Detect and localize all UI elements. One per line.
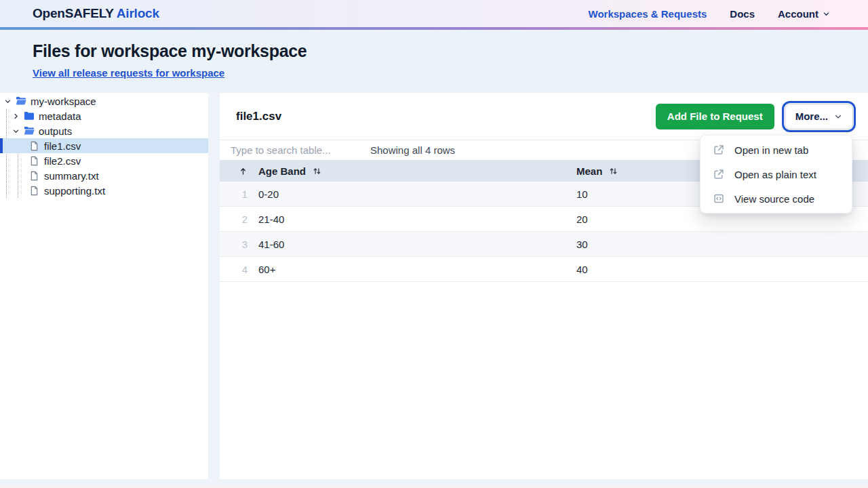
add-file-to-request-button[interactable]: Add File to Request bbox=[656, 104, 774, 129]
file-icon bbox=[28, 186, 40, 196]
file-preview-panel: file1.csv Add File to Request More... Sh… bbox=[220, 93, 868, 479]
tree-item-file1-csv[interactable]: file1.csv bbox=[0, 138, 208, 153]
chevron-down-icon[interactable] bbox=[12, 127, 20, 135]
tree-item-outputs[interactable]: outputs bbox=[0, 123, 208, 138]
external-link-icon bbox=[713, 144, 724, 155]
nav-link-workspaces-requests[interactable]: Workspaces & Requests bbox=[589, 8, 707, 20]
tree-item-label: my-workspace bbox=[31, 96, 96, 107]
more-button-label: More... bbox=[795, 110, 828, 122]
column-header-label: Mean bbox=[576, 165, 602, 177]
cell-age-band: 21-40 bbox=[258, 214, 566, 225]
file-header: file1.csv Add File to Request More... bbox=[220, 93, 868, 140]
navbar: OpenSAFELY Airlock Workspaces & Requests… bbox=[0, 0, 868, 27]
sort-ascending-icon bbox=[239, 167, 248, 176]
external-link-icon bbox=[713, 169, 724, 180]
sort-toggle-icon bbox=[313, 167, 321, 176]
nav-links: Workspaces & Requests Docs Account bbox=[589, 8, 830, 20]
cell-age-band: 0-20 bbox=[258, 188, 566, 200]
header-actions: Add File to Request More... bbox=[656, 104, 853, 129]
row-number: 1 bbox=[231, 188, 248, 200]
file-icon bbox=[28, 141, 40, 151]
page-header: Files for workspace my-workspace View al… bbox=[0, 30, 868, 93]
menu-item-label: View source code bbox=[734, 193, 814, 205]
nav-link-docs[interactable]: Docs bbox=[730, 8, 755, 20]
file-icon bbox=[28, 156, 40, 166]
chevron-down-icon bbox=[834, 113, 842, 121]
menu-item-view-source-code[interactable]: View source code bbox=[701, 186, 852, 211]
tree-item-summary-txt[interactable]: summary.txt bbox=[0, 168, 208, 183]
tree-item-metadata[interactable]: metadata bbox=[0, 108, 208, 123]
tree-item-label: file1.csv bbox=[44, 140, 81, 152]
menu-item-label: Open as plain text bbox=[734, 169, 816, 180]
cell-mean: 20 bbox=[576, 214, 857, 225]
page-title: Files for workspace my-workspace bbox=[33, 41, 835, 61]
file-icon bbox=[28, 171, 40, 181]
cell-age-band: 41-60 bbox=[258, 239, 566, 250]
table-row: 4 60+ 40 bbox=[220, 257, 868, 282]
row-count-status: Showing all 4 rows bbox=[370, 144, 455, 156]
search-input[interactable] bbox=[231, 144, 362, 156]
menu-item-open-in-new-tab[interactable]: Open in new tab bbox=[701, 138, 852, 162]
tree-item-supporting-txt[interactable]: supporting.txt bbox=[0, 183, 208, 198]
cell-age-band: 60+ bbox=[258, 264, 566, 275]
tree-item-file2-csv[interactable]: file2.csv bbox=[0, 153, 208, 168]
selected-item-indicator bbox=[0, 138, 3, 153]
brand-secondary: Airlock bbox=[117, 6, 159, 20]
chevron-down-icon bbox=[823, 10, 830, 18]
tree-item-label: supporting.txt bbox=[44, 185, 105, 197]
menu-item-open-as-plain-text[interactable]: Open as plain text bbox=[701, 162, 852, 186]
table-row: 3 41-60 30 bbox=[220, 232, 868, 257]
file-tree-sidebar: my-workspace metadata outputs bbox=[0, 93, 208, 479]
file-title: file1.csv bbox=[236, 110, 281, 123]
source-code-icon bbox=[713, 193, 724, 204]
brand-primary: OpenSAFELY bbox=[33, 6, 113, 20]
row-number: 2 bbox=[231, 214, 248, 225]
view-release-requests-link[interactable]: View all release requests for workspace bbox=[33, 67, 224, 79]
tree-item-label: summary.txt bbox=[44, 170, 99, 182]
folder-closed-icon bbox=[23, 110, 35, 121]
sort-toggle-icon bbox=[609, 167, 618, 176]
column-header-label: Age Band bbox=[258, 165, 306, 177]
cell-mean: 40 bbox=[576, 264, 857, 275]
row-number: 3 bbox=[231, 239, 248, 250]
row-number: 4 bbox=[231, 264, 248, 275]
tree-item-my-workspace[interactable]: my-workspace bbox=[0, 94, 208, 108]
brand-logo[interactable]: OpenSAFELY Airlock bbox=[33, 6, 159, 21]
nav-link-account-label: Account bbox=[778, 8, 818, 20]
folder-open-icon bbox=[15, 96, 26, 106]
tree-item-label: outputs bbox=[39, 125, 72, 137]
chevron-right-icon[interactable] bbox=[12, 113, 20, 120]
column-header-age-band[interactable]: Age Band bbox=[258, 165, 566, 177]
content-area: my-workspace metadata outputs bbox=[0, 93, 868, 479]
chevron-down-icon[interactable] bbox=[3, 98, 12, 105]
tree-item-label: file2.csv bbox=[44, 155, 81, 167]
row-number-column-header[interactable] bbox=[231, 167, 248, 176]
more-button[interactable]: More... bbox=[785, 104, 853, 129]
tree-item-label: metadata bbox=[39, 110, 81, 122]
cell-mean: 30 bbox=[576, 239, 857, 250]
folder-open-icon bbox=[23, 125, 35, 136]
menu-item-label: Open in new tab bbox=[734, 144, 808, 156]
nav-link-account[interactable]: Account bbox=[778, 8, 830, 20]
more-dropdown-menu: Open in new tab Open as plain text View … bbox=[700, 135, 852, 214]
